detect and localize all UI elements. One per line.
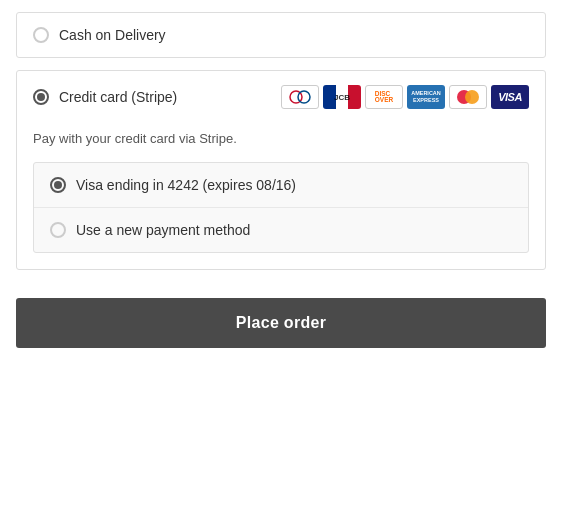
visa-card-icon: VISA — [491, 85, 529, 109]
diners-svg — [286, 89, 314, 105]
jcb-text: JCB — [334, 93, 350, 102]
saved-payment-methods: Visa ending in 4242 (expires 08/16) Use … — [33, 162, 529, 253]
mastercard-icon — [449, 85, 487, 109]
stripe-description: Pay with your credit card via Stripe. — [17, 123, 545, 162]
stripe-description-text: Pay with your credit card via Stripe. — [33, 131, 237, 146]
payment-page: Cash on Delivery Credit card (Stripe) JC… — [0, 0, 562, 507]
new-payment-method[interactable]: Use a new payment method — [34, 208, 528, 252]
svg-point-3 — [465, 90, 479, 104]
saved-method-visa-radio[interactable] — [50, 177, 66, 193]
diners-card-icon — [281, 85, 319, 109]
mastercard-svg — [454, 88, 482, 106]
card-icons-group: JCB DISCOVER AMERICANEXPRESS — [281, 85, 529, 109]
saved-method-visa[interactable]: Visa ending in 4242 (expires 08/16) — [34, 163, 528, 208]
place-order-button[interactable]: Place order — [16, 298, 546, 348]
amex-card-icon: AMERICANEXPRESS — [407, 85, 445, 109]
credit-card-label: Credit card (Stripe) — [59, 89, 177, 105]
discover-card-icon: DISCOVER — [365, 85, 403, 109]
new-payment-method-radio[interactable] — [50, 222, 66, 238]
credit-card-option: Credit card (Stripe) JCB DISCOVER — [16, 70, 546, 270]
discover-text: DISCOVER — [375, 91, 393, 104]
credit-card-header-left: Credit card (Stripe) — [33, 89, 177, 105]
saved-method-visa-label: Visa ending in 4242 (expires 08/16) — [76, 177, 296, 193]
place-order-section: Place order — [0, 282, 562, 364]
amex-text: AMERICANEXPRESS — [411, 90, 441, 103]
svg-point-1 — [298, 91, 310, 103]
visa-text: VISA — [498, 91, 522, 103]
jcb-card-icon: JCB — [323, 85, 361, 109]
credit-card-radio[interactable] — [33, 89, 49, 105]
new-payment-method-label: Use a new payment method — [76, 222, 250, 238]
cash-on-delivery-radio[interactable] — [33, 27, 49, 43]
credit-card-header[interactable]: Credit card (Stripe) JCB DISCOVER — [17, 71, 545, 123]
cash-on-delivery-label: Cash on Delivery — [59, 27, 166, 43]
cash-on-delivery-option[interactable]: Cash on Delivery — [16, 12, 546, 58]
